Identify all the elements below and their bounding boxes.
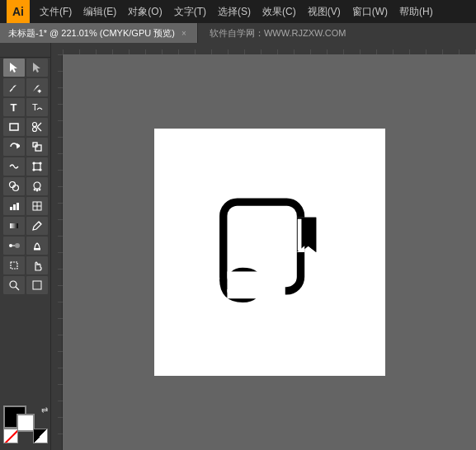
tab-website[interactable]: 软件自学网：WWW.RJZXW.COM [201,23,355,43]
tab-bar: 未标题-1* @ 221.01% (CMYK/GPU 预览) × 软件自学网：W… [0,23,476,43]
blend-tool[interactable] [3,237,25,255]
svg-rect-31 [10,223,18,228]
menu-effect[interactable]: 效果(C) [257,3,301,21]
rotate-tool[interactable] [3,138,25,156]
svg-line-7 [37,127,41,131]
menu-select[interactable]: 选择(S) [213,3,256,21]
menu-view[interactable]: 视图(V) [303,3,346,21]
svg-point-16 [33,169,35,171]
svg-text:+: + [38,88,41,93]
svg-rect-46 [227,271,285,298]
tool-row-12 [2,276,49,294]
svg-rect-42 [63,43,476,54]
svg-rect-11 [35,145,41,151]
select-tool[interactable] [3,59,25,77]
placeholder-tool[interactable] [26,276,48,294]
hand-tool[interactable] [26,256,48,274]
svg-rect-49 [297,219,301,251]
svg-rect-27 [16,203,19,210]
svg-marker-10 [17,144,20,148]
ruler-marks-top [63,43,476,54]
pen-tool[interactable] [3,78,25,96]
svg-point-14 [33,162,35,164]
tab-document[interactable]: 未标题-1* @ 221.01% (CMYK/GPU 预览) × [0,23,198,43]
ruler-corner-h [0,46,50,58]
svg-rect-44 [51,54,63,450]
artwork-icon [208,190,332,314]
tool-row-4 [2,118,49,136]
svg-line-6 [37,123,41,127]
menu-bar[interactable]: 文件(F) 编辑(E) 对象(O) 文字(T) 选择(S) 效果(C) 视图(V… [35,3,438,21]
rect-tool[interactable] [3,118,25,136]
tool-row-2: + [2,78,49,96]
svg-rect-13 [34,163,40,170]
svg-line-39 [16,287,19,290]
tab-document-label: 未标题-1* @ 221.01% (CMYK/GPU 预览) [8,27,175,40]
svg-point-8 [32,123,36,127]
canvas-content[interactable] [63,54,476,450]
scale-tool[interactable] [26,138,48,156]
title-bar: Ai 文件(F) 编辑(E) 对象(O) 文字(T) 选择(S) 效果(C) 视… [0,0,476,23]
svg-text:T: T [32,102,38,112]
swap-colors-icon[interactable]: ⇄ [41,405,48,415]
main-layout: + T T [0,43,476,450]
svg-rect-37 [11,262,17,269]
svg-rect-5 [10,124,18,130]
mesh-tool[interactable] [26,197,48,215]
tool-row-6 [2,157,49,176]
svg-rect-25 [10,207,12,210]
menu-edit[interactable]: 编辑(E) [78,3,121,21]
ruler-left [51,54,63,450]
color-boxes: ⇄ [3,405,48,443]
tab-website-label: 软件自学网：WWW.RJZXW.COM [210,27,346,40]
svg-point-38 [10,281,16,288]
artboard-tool[interactable] [3,256,25,274]
eyedropper-tool[interactable] [26,217,48,235]
canvas-area [51,43,476,450]
svg-point-15 [40,162,41,164]
svg-rect-26 [13,204,16,210]
svg-marker-1 [33,63,40,73]
svg-rect-40 [33,281,41,289]
tool-row-1 [2,59,49,77]
scissors-tool[interactable] [26,118,48,136]
tool-row-11 [2,256,49,274]
menu-object[interactable]: 对象(O) [123,3,167,21]
svg-point-23 [36,190,38,191]
tool-row-7 [2,177,49,195]
column-graph-tool[interactable] [3,197,25,215]
zoom-tool[interactable] [3,276,25,294]
stroke-color-box[interactable] [16,414,35,432]
toolbar: + T T [0,43,51,450]
type-tool[interactable]: T [3,98,25,116]
svg-line-2 [10,89,12,91]
menu-help[interactable]: 帮助(H) [394,3,438,21]
tool-row-3: T T [2,98,49,116]
svg-point-18 [9,182,15,188]
none-color-icon[interactable] [3,429,18,443]
symbol-sprayer-tool[interactable] [26,177,48,195]
svg-point-20 [34,182,40,189]
direct-select-tool[interactable] [26,59,48,77]
color-section: ⇄ [0,402,50,447]
svg-marker-0 [10,63,17,73]
tab-close-button[interactable]: × [179,29,189,38]
ruler-top [51,43,476,54]
pen-add-tool[interactable]: + [26,78,48,96]
gradient-tool[interactable] [3,217,25,235]
svg-point-19 [12,185,18,191]
tool-row-9 [2,217,49,235]
tool-row-10 [2,237,49,255]
svg-point-9 [32,128,36,132]
artboard [154,129,385,376]
type-path-tool[interactable]: T [26,98,48,116]
live-paint-tool[interactable] [26,237,48,255]
tool-row-8 [2,197,49,215]
menu-type[interactable]: 文字(T) [169,3,211,21]
default-colors-icon[interactable] [33,429,48,443]
menu-file[interactable]: 文件(F) [35,3,77,21]
shape-builder-tool[interactable] [3,177,25,195]
menu-window[interactable]: 窗口(W) [347,3,393,21]
warp-tool[interactable] [3,157,25,176]
free-transform-tool[interactable] [26,157,48,176]
